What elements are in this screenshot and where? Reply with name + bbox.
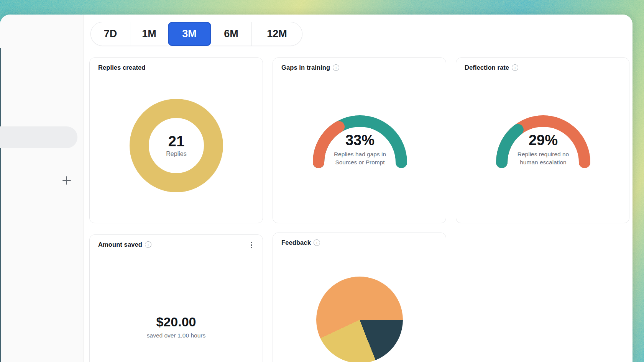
amount-saved-metric: $20.00 saved over 1.00 hours: [90, 314, 263, 339]
sidebar: [0, 15, 84, 362]
kebab-menu-icon[interactable]: [247, 240, 256, 250]
sidebar-accent-strip: [0, 48, 1, 362]
card-title: Amount saved: [98, 241, 142, 248]
card-title: Gaps in training: [281, 64, 330, 71]
replies-count: 21: [168, 134, 184, 150]
sidebar-divider: [0, 48, 84, 48]
time-range-7d[interactable]: 7D: [91, 22, 130, 46]
card-amount-saved: Amount saved $20.00 saved over 1.00 hour…: [89, 234, 263, 362]
replies-unit-label: Replies: [166, 151, 186, 157]
replies-donut-chart: 21 Replies: [127, 96, 226, 195]
info-icon[interactable]: [512, 64, 518, 71]
feedback-pie-chart: [316, 277, 403, 362]
time-range-1m[interactable]: 1M: [130, 22, 168, 46]
card-gaps-in-training: Gaps in training 33% Replies had gaps in…: [273, 57, 446, 223]
amount-saved-value: $20.00: [90, 314, 263, 329]
card-deflection-rate: Deflection rate 29% Replies required no …: [456, 57, 629, 223]
app-shell: 7D 1M 3M 6M 12M Replies created 21 Repli…: [0, 15, 632, 362]
card-feedback: Feedback: [273, 233, 446, 362]
time-range-6m[interactable]: 6M: [211, 22, 252, 46]
info-icon[interactable]: [314, 239, 320, 246]
card-title: Replies created: [98, 64, 145, 71]
card-title: Feedback: [281, 239, 311, 246]
card-replies-created: Replies created 21 Replies: [89, 57, 263, 223]
main-panel: 7D 1M 3M 6M 12M Replies created 21 Repli…: [84, 15, 632, 362]
deflection-percent-value: 29%: [478, 133, 608, 149]
deflection-description: Replies required no human escalation: [478, 150, 608, 166]
info-icon[interactable]: [333, 64, 339, 71]
time-range-12m[interactable]: 12M: [252, 22, 302, 46]
card-title: Deflection rate: [465, 64, 509, 71]
time-range-3m[interactable]: 3M: [168, 22, 211, 46]
sidebar-active-item[interactable]: [0, 126, 77, 148]
amount-saved-description: saved over 1.00 hours: [90, 332, 263, 339]
deflection-gauge-chart: 29% Replies required no human escalation: [493, 113, 593, 170]
time-range-selector: 7D 1M 3M 6M 12M: [90, 22, 302, 46]
gaps-gauge-chart: 33% Replies had gaps in Sources or Promp…: [310, 113, 410, 170]
info-icon[interactable]: [145, 241, 151, 248]
gaps-percent-value: 33%: [295, 133, 425, 149]
gaps-description: Replies had gaps in Sources or Prompt: [295, 150, 425, 166]
add-button[interactable]: [61, 175, 72, 186]
